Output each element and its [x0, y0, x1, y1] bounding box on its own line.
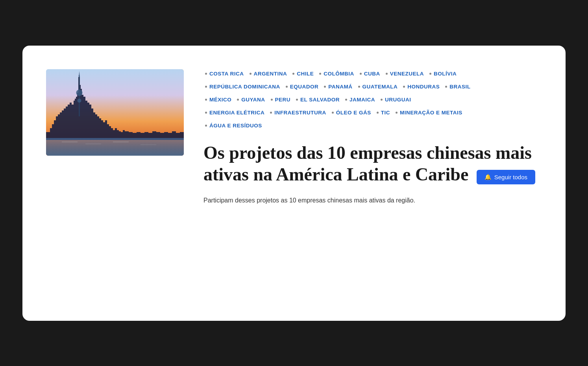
tag-bolivia[interactable]: BOLÍVIA: [428, 69, 460, 78]
tag-mexico[interactable]: MÉXICO: [203, 95, 235, 104]
tag-dot: [324, 86, 326, 88]
tag-energia-eletrica[interactable]: ENERGIA ELÉTRICA: [203, 108, 268, 117]
follow-button-label: Seguir todos: [494, 174, 527, 180]
tag-dot: [205, 112, 207, 114]
tag-dot: [237, 99, 239, 101]
article-card: COSTA RICA ARGENTINA CHILE COLÔMBIA CUBA: [22, 46, 566, 321]
svg-rect-7: [79, 77, 80, 116]
svg-rect-2: [46, 138, 184, 156]
image-section: [46, 69, 184, 156]
tag-tic[interactable]: TIC: [375, 108, 394, 117]
tag-guyana[interactable]: GUYANA: [235, 95, 269, 104]
tag-equador[interactable]: EQUADOR: [284, 82, 323, 91]
tag-dot: [296, 99, 298, 101]
tag-dot: [381, 99, 383, 101]
tag-dot: [386, 73, 388, 75]
tag-row-5: ÁGUA E RESÍDUOS: [203, 121, 542, 130]
tag-costa-rica[interactable]: COSTA RICA: [203, 69, 248, 78]
svg-point-8: [76, 90, 83, 96]
tag-dot: [377, 112, 379, 114]
tag-dot: [360, 73, 362, 75]
tag-dot: [205, 125, 207, 127]
tag-mineracao-metais[interactable]: MINERAÇÃO E METAIS: [394, 108, 466, 117]
tag-dot: [403, 86, 405, 88]
tag-argentina[interactable]: ARGENTINA: [248, 69, 291, 78]
tag-dot: [358, 86, 360, 88]
tag-row-2: REPÚBLICA DOMINICANA EQUADOR PANAMÁ GUAT…: [203, 82, 542, 91]
tag-dot: [429, 73, 431, 75]
tag-infraestrutura[interactable]: INFRAESTRUTURA: [268, 108, 330, 117]
tag-dot: [292, 73, 294, 75]
tag-dot: [250, 73, 251, 75]
tag-row-1: COSTA RICA ARGENTINA CHILE COLÔMBIA CUBA: [203, 69, 542, 78]
tag-dot: [332, 112, 334, 114]
tag-chile[interactable]: CHILE: [291, 69, 318, 78]
tag-republica-dominicana[interactable]: REPÚBLICA DOMINICANA: [203, 82, 284, 91]
bell-icon: 🔔: [484, 174, 491, 180]
tag-uruguai[interactable]: URUGUAI: [379, 95, 415, 104]
tag-guatemala[interactable]: GUATEMALA: [357, 82, 402, 91]
svg-point-9: [78, 99, 81, 103]
tag-panama[interactable]: PANAMÁ: [322, 82, 356, 91]
tag-dot: [205, 73, 207, 75]
tag-dot: [205, 99, 207, 101]
tag-dot: [205, 86, 207, 88]
tag-colombia[interactable]: COLÔMBIA: [318, 69, 358, 78]
tag-dot: [286, 86, 288, 88]
tag-dot: [345, 99, 347, 101]
tag-brasil[interactable]: BRASIL: [444, 82, 474, 91]
tag-peru[interactable]: PERU: [269, 95, 295, 104]
tag-oleo-gas[interactable]: ÓLEO E GÁS: [330, 108, 375, 117]
article-description: Participam desses projetos as 10 empresa…: [203, 195, 542, 206]
tag-venezuela[interactable]: VENEZUELA: [384, 69, 428, 78]
tag-el-salvador[interactable]: EL SALVADOR: [294, 95, 344, 104]
tag-dot: [319, 73, 321, 75]
tag-dot: [445, 86, 447, 88]
tag-jamaica[interactable]: JAMAICA: [344, 95, 379, 104]
city-image: [46, 69, 184, 156]
follow-all-button[interactable]: 🔔 Seguir todos: [477, 170, 535, 184]
title-area: Os projetos das 10 empresas chinesas mai…: [203, 142, 542, 186]
tag-row-4: ENERGIA ELÉTRICA INFRAESTRUTURA ÓLEO E G…: [203, 108, 542, 117]
tag-row-3: MÉXICO GUYANA PERU EL SALVADOR JAMAICA: [203, 95, 542, 104]
tag-dot: [396, 112, 398, 114]
tag-agua-residuos[interactable]: ÁGUA E RESÍDUOS: [203, 121, 266, 130]
tag-dot: [270, 112, 272, 114]
tags-area: COSTA RICA ARGENTINA CHILE COLÔMBIA CUBA: [203, 69, 542, 130]
content-section: COSTA RICA ARGENTINA CHILE COLÔMBIA CUBA: [203, 69, 542, 206]
tag-honduras[interactable]: HONDURAS: [401, 82, 444, 91]
tag-dot: [271, 99, 273, 101]
tag-cuba[interactable]: CUBA: [358, 69, 384, 78]
